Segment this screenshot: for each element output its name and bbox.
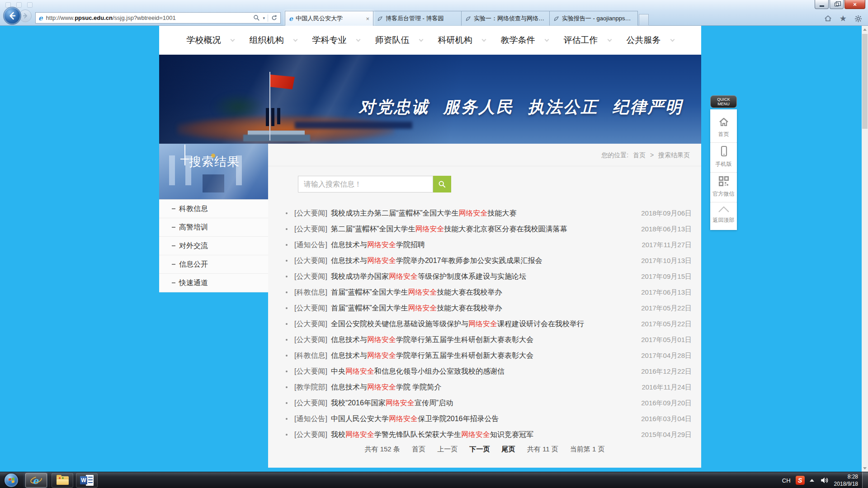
tab-close-icon[interactable]: × xyxy=(366,16,369,22)
result-row[interactable]: [公大要闻]第二届“蓝帽杯”全国大学生网络安全技能大赛北京赛区分赛在我校圆满落幕… xyxy=(268,221,701,237)
windows-logo-icon xyxy=(9,478,14,483)
sidebar-item-duiwaijiaoliu[interactable]: 对外交流 xyxy=(159,237,268,255)
settings-gear-icon[interactable] xyxy=(854,14,863,23)
result-title-link[interactable]: 全国公安院校关键信息基础设施等级保护与网络安全课程建设研讨会在我校举行 xyxy=(331,320,584,328)
result-title-link[interactable]: 第二届“蓝帽杯”全国大学生网络安全技能大赛北京赛区分赛在我校圆满落幕 xyxy=(331,225,567,233)
nav-item-public-service[interactable]: 公共服务 xyxy=(619,34,682,46)
minimize-button[interactable] xyxy=(815,0,829,9)
taskbar-ie-button[interactable]: e xyxy=(25,473,47,488)
taskbar-clock[interactable]: 8:28 2018/9/18 xyxy=(834,473,858,488)
qr-code-icon xyxy=(718,175,730,187)
pagination-prev-link[interactable]: 上一页 xyxy=(437,445,458,453)
pagination-next-link[interactable]: 下一页 xyxy=(469,445,490,453)
result-row[interactable]: [公大要闻]全国公安院校关键信息基础设施等级保护与网络安全课程建设研讨会在我校举… xyxy=(268,316,701,332)
home-icon[interactable] xyxy=(824,14,832,23)
result-title-link[interactable]: 信息技术与网络安全学院举行第五届学生科研创新大赛表彰大会 xyxy=(331,336,533,343)
nav-item-faculty[interactable]: 师资队伍 xyxy=(368,34,430,46)
result-title-link[interactable]: 我校成功主办第二届“蓝帽杯”全国大学生网络安全技能大赛 xyxy=(331,209,517,217)
vertical-scrollbar[interactable] xyxy=(862,26,868,472)
bullet-icon xyxy=(286,418,288,420)
search-input[interactable] xyxy=(298,176,433,192)
quick-menu: QUICK MENU 首页 手机版 xyxy=(710,95,737,230)
result-row[interactable]: [公大要闻]我校成功举办国家网络安全等级保护制度体系建设与实施论坛2017年09… xyxy=(268,268,701,284)
speaker-icon[interactable] xyxy=(819,476,829,485)
nav-item-evaluation[interactable]: 评估工作 xyxy=(556,34,619,46)
folder-icon xyxy=(57,476,69,485)
tab-report-1[interactable]: 实验报告一 - gaojianppsuc -... xyxy=(549,11,638,26)
result-row[interactable]: [公大要闻]我校网络安全学警先锋队队长荣获大学生网络安全知识竞赛冠军2015年0… xyxy=(268,427,701,442)
result-title-link[interactable]: 首届“蓝帽杯”全国大学生网络安全技能大赛在我校举办 xyxy=(331,288,502,296)
start-button[interactable] xyxy=(5,474,18,487)
restore-button[interactable] xyxy=(830,0,844,9)
close-button[interactable]: × xyxy=(844,0,865,9)
title-text: 学院举行第五届学生科研创新大赛表彰大会 xyxy=(396,352,533,359)
show-desktop-button[interactable] xyxy=(862,472,868,488)
result-row[interactable]: [通知公告]信息技术与网络安全学院招聘2017年11月27日 xyxy=(268,237,701,253)
sidebar-item-kuaisutongdao[interactable]: 快速通道 xyxy=(159,274,268,292)
search-dropdown-icon[interactable]: ▾ xyxy=(263,16,265,20)
result-title-link[interactable]: 信息技术与网络安全学院举行第五届学生科研创新大赛表彰大会 xyxy=(331,352,533,359)
result-row[interactable]: [教学院部]信息技术与网络安全学院 学院简介2016年11月24日 xyxy=(268,379,701,395)
result-row[interactable]: [通知公告]中国人民公安大学网络安全保卫学院2016年招录公告2016年03月0… xyxy=(268,411,701,427)
result-title-link[interactable]: 我校“2016年国家网络安全宣传周”启动 xyxy=(331,399,453,407)
result-row[interactable]: [公大要闻]信息技术与网络安全学院举办2017年教师参加公安实践成果汇报会201… xyxy=(268,253,701,268)
title-text: 课程建设研讨会在我校举行 xyxy=(497,320,584,328)
result-category: [科教信息] xyxy=(294,352,327,359)
quick-menu-wechat[interactable]: 官方微信 xyxy=(710,173,737,202)
result-title-link[interactable]: 中国人民公安大学网络安全保卫学院2016年招录公告 xyxy=(331,415,499,422)
quick-menu-label: 官方微信 xyxy=(713,191,735,197)
pagination-last-link[interactable]: 尾页 xyxy=(502,445,515,453)
result-row[interactable]: [公大要闻]我校“2016年国家网络安全宣传周”启动2016年09月20日 xyxy=(268,395,701,411)
sidebar-item-xinxigongkai[interactable]: 信息公开 xyxy=(159,255,268,274)
tab-blog-admin[interactable]: 博客后台管理 - 博客园 xyxy=(373,11,462,26)
sogou-input-icon[interactable]: S xyxy=(796,476,805,485)
restore-icon xyxy=(835,3,839,6)
scrollbar-thumb[interactable] xyxy=(862,34,868,129)
result-title-link[interactable]: 我校网络安全学警先锋队队长荣获大学生网络安全知识竞赛冠军 xyxy=(331,431,533,438)
result-row[interactable]: [科教信息]信息技术与网络安全学院举行第五届学生科研创新大赛表彰大会2017年0… xyxy=(268,347,701,363)
nav-item-organization[interactable]: 组织机构 xyxy=(242,34,305,46)
nav-item-research[interactable]: 科研机构 xyxy=(430,34,493,46)
scrollbar-down-arrow[interactable] xyxy=(862,465,868,472)
result-title-link[interactable]: 我校成功举办国家网络安全等级保护制度体系建设与实施论坛 xyxy=(331,272,526,280)
quick-menu-mobile[interactable]: 手机版 xyxy=(710,143,737,173)
quick-menu-label: 手机版 xyxy=(716,161,732,167)
taskbar: e W CH S 8:28 2018/9/18 xyxy=(0,472,868,488)
favorites-star-icon[interactable]: ★ xyxy=(840,14,847,23)
search-button[interactable] xyxy=(433,176,451,192)
search-icon[interactable] xyxy=(253,14,260,21)
sidebar-item-gaojingpeixun[interactable]: 高警培训 xyxy=(159,218,268,237)
tab-ppsuc[interactable]: e 中国人民公安大学 × xyxy=(285,11,373,26)
back-button[interactable] xyxy=(3,7,21,25)
new-tab-button[interactable] xyxy=(639,14,649,26)
result-row[interactable]: [公大要闻]我校成功主办第二届“蓝帽杯”全国大学生网络安全技能大赛2018年09… xyxy=(268,205,701,221)
result-title-link[interactable]: 首届“蓝帽杯”全国大学生网络安全技能大赛在我校举办 xyxy=(331,304,502,312)
result-row[interactable]: [公大要闻]首届“蓝帽杯”全国大学生网络安全技能大赛在我校举办2017年05月2… xyxy=(268,300,701,316)
nav-item-teaching[interactable]: 教学条件 xyxy=(493,34,556,46)
hidden-icons-arrow[interactable] xyxy=(810,479,814,482)
address-bar[interactable]: e http://www.ppsuc.edu.cn/ssjg.jsp?wbtre… xyxy=(35,12,281,23)
breadcrumb-home-link[interactable]: 首页 xyxy=(633,151,646,159)
title-text: 信息技术与 xyxy=(331,336,367,343)
nav-item-disciplines[interactable]: 学科专业 xyxy=(305,34,368,46)
taskbar-explorer-button[interactable] xyxy=(52,473,73,488)
nav-item-school-overview[interactable]: 学校概况 xyxy=(179,34,242,46)
scrollbar-up-arrow[interactable] xyxy=(862,26,868,33)
taskbar-word-button[interactable]: W xyxy=(76,473,98,488)
quick-menu-home[interactable]: 首页 xyxy=(710,114,737,143)
input-language-indicator[interactable]: CH xyxy=(782,477,791,484)
result-date: 2017年06月13日 xyxy=(641,284,692,300)
result-row[interactable]: [公大要闻]中央网络安全和信息化领导小组办公室致我校的感谢信2016年12月22… xyxy=(268,363,701,379)
tab-experiment-1[interactable]: 实验一：网络侦查与网络扫描 ... xyxy=(461,11,550,26)
quick-menu-back-to-top[interactable]: 返回顶部 xyxy=(710,202,737,228)
result-row[interactable]: [科教信息]首届“蓝帽杯”全国大学生网络安全技能大赛在我校举办2017年06月1… xyxy=(268,284,701,300)
result-title-link[interactable]: 信息技术与网络安全学院招聘 xyxy=(331,241,425,249)
sidebar-item-kejiaoxinxi[interactable]: 科教信息 xyxy=(159,200,268,218)
result-title-link[interactable]: 信息技术与网络安全学院 学院简介 xyxy=(331,383,441,391)
result-title-link[interactable]: 中央网络安全和信息化领导小组办公室致我校的感谢信 xyxy=(331,367,505,375)
refresh-icon[interactable] xyxy=(271,14,278,21)
result-title-link[interactable]: 信息技术与网络安全学院举办2017年教师参加公安实践成果汇报会 xyxy=(331,257,542,264)
pagination-first-link[interactable]: 首页 xyxy=(412,445,425,453)
result-row[interactable]: [公大要闻]信息技术与网络安全学院举行第五届学生科研创新大赛表彰大会2017年0… xyxy=(268,332,701,347)
breadcrumb-current-link[interactable]: 搜索结果页 xyxy=(658,151,690,159)
